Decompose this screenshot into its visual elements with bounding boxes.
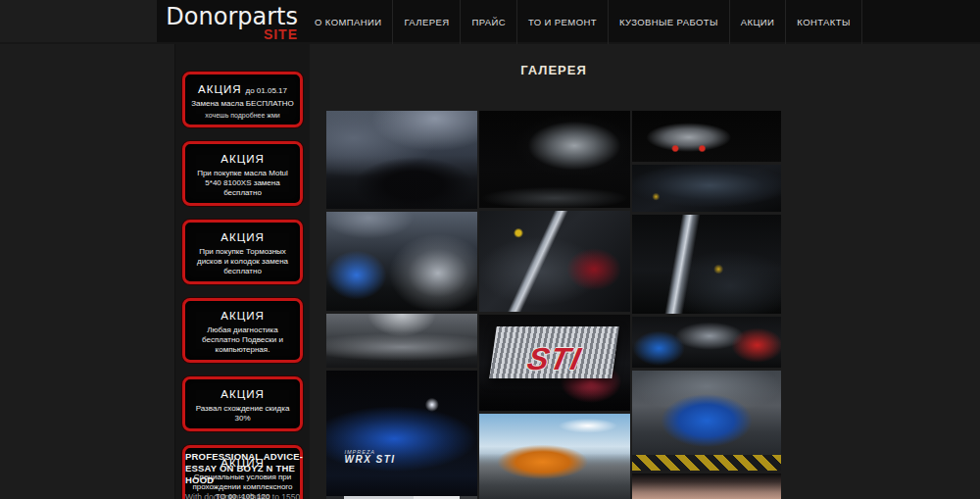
photo-silver-car-red-wheels[interactable] xyxy=(632,111,781,162)
photo-engine-bay-dark[interactable] xyxy=(632,165,781,212)
nav-item-5[interactable]: АКЦИИ xyxy=(729,0,786,44)
photo-engine-bay-red-accent[interactable] xyxy=(479,211,630,312)
promo-title: АКЦИЯ xyxy=(220,310,264,322)
photo-orange-race-car[interactable] xyxy=(479,414,630,499)
page: Donorparts SITE О КОМПАНИИГАЛЕРЕЯПРАЙСТО… xyxy=(0,0,980,499)
article-body: With documents dating to 1550 BC, xyxy=(185,492,305,499)
nav-item-2[interactable]: ПРАЙС xyxy=(460,0,516,44)
nav-item-1[interactable]: ГАЛЕРЕЯ xyxy=(392,0,460,44)
promo-text: Любая диагностика бесплатно Подвески и к… xyxy=(188,325,297,355)
nav-item-label: О КОМПАНИИ xyxy=(315,17,381,27)
photo-sti-intercooler[interactable]: STI xyxy=(479,315,630,411)
promo-title: АКЦИЯ xyxy=(220,153,264,165)
photo-sti-intercooler-caption: STI xyxy=(479,343,630,374)
gallery-column-2 xyxy=(632,111,781,499)
photo-blue-wrx-front-caption: IMPREZAWRX STI xyxy=(344,450,395,466)
photo-blue-and-silver-cars[interactable] xyxy=(326,212,477,311)
nav-item-label: ГАЛЕРЕЯ xyxy=(404,17,449,27)
promo-text: Замена масла БЕСПЛАТНО xyxy=(188,99,297,109)
promo-text: Развал схождение скидка 30% xyxy=(188,404,297,424)
promo-text: При покупке масла Motul 5*40 8100XS заме… xyxy=(188,169,297,198)
gallery-column-0: IMPREZAWRX STI xyxy=(326,111,477,499)
photo-black-car-sunset-clouds[interactable] xyxy=(326,111,477,209)
promo-date: до 01.05.17 xyxy=(245,86,286,95)
nav-item-3[interactable]: ТО И РЕМОНТ xyxy=(516,0,608,44)
promo-list: АКЦИЯдо 01.05.17 Замена масла БЕСПЛАТНО … xyxy=(175,72,310,499)
sidebar: АКЦИЯдо 01.05.17 Замена масла БЕСПЛАТНО … xyxy=(174,44,310,499)
nav-item-label: КОНТАКТЫ xyxy=(797,17,850,27)
photo-blue-rally-car[interactable] xyxy=(632,371,781,471)
photo-silver-car-dark-studio[interactable] xyxy=(479,111,630,208)
header: Donorparts SITE О КОМПАНИИГАЛЕРЕЯПРАЙСТО… xyxy=(0,0,980,44)
promo-banner-2[interactable]: АКЦИЯ При покупке Тормозных дисков и кол… xyxy=(182,220,303,284)
promo-cta: хочешь подробнее жми xyxy=(188,111,297,120)
photo-monochrome-car-lineup[interactable] xyxy=(326,314,477,368)
nav-item-label: ТО И РЕМОНТ xyxy=(528,17,597,27)
gallery-grid: IMPREZAWRX STISTI xyxy=(326,111,781,499)
photo-sunset-sky[interactable] xyxy=(632,474,781,499)
promo-title: АКЦИЯ xyxy=(220,231,264,243)
promo-banner-0[interactable]: АКЦИЯдо 01.05.17 Замена масла БЕСПЛАТНО … xyxy=(182,72,303,127)
article-heading-link[interactable]: PROFESSIONAL ADVICE-ESSAY ON BOYZ N THE … xyxy=(185,451,305,486)
nav-item-0[interactable]: О КОМПАНИИ xyxy=(304,0,392,44)
promo-banner-4[interactable]: АКЦИЯ Развал схождение скидка 30% xyxy=(182,376,303,431)
nav-item-label: АКЦИИ xyxy=(741,17,775,27)
page-title: ГАЛЕРЕЯ xyxy=(326,63,781,77)
photo-engine-strut-bar[interactable] xyxy=(632,215,781,314)
photo-blue-wrx-front[interactable]: IMPREZAWRX STI xyxy=(326,371,477,499)
gallery-column-1: STI xyxy=(479,111,630,499)
nav-item-6[interactable]: КОНТАКТЫ xyxy=(785,0,861,44)
promo-title: АКЦИЯ xyxy=(198,83,241,95)
logo[interactable]: Donorparts SITE xyxy=(159,4,298,41)
main-nav: О КОМПАНИИГАЛЕРЕЯПРАЙСТО И РЕМОНТКУЗОВНЫ… xyxy=(304,0,862,44)
photo-blue-red-cars-parts[interactable] xyxy=(632,317,781,368)
nav-item-label: ПРАЙС xyxy=(471,17,506,27)
sidebar-article: PROFESSIONAL ADVICE-ESSAY ON BOYZ N THE … xyxy=(185,451,305,499)
promo-banner-3[interactable]: АКЦИЯ Любая диагностика бесплатно Подвес… xyxy=(182,298,303,363)
promo-text: При покупке Тормозных дисков и колодок з… xyxy=(188,247,297,276)
promo-banner-1[interactable]: АКЦИЯ При покупке масла Motul 5*40 8100X… xyxy=(182,141,303,206)
nav-item-label: КУЗОВНЫЕ РАБОТЫ xyxy=(619,17,718,27)
nav-item-4[interactable]: КУЗОВНЫЕ РАБОТЫ xyxy=(608,0,729,44)
promo-title: АКЦИЯ xyxy=(220,388,264,400)
